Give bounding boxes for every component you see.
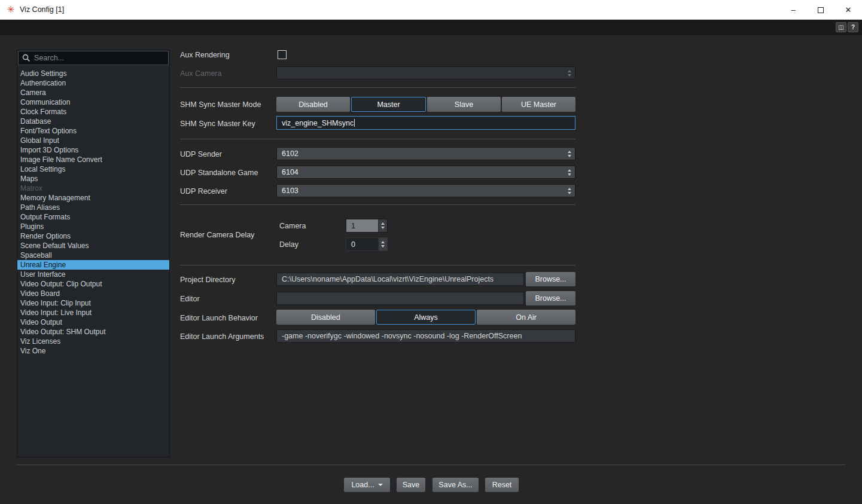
udp-receiver-label: UDP Receiver <box>180 187 227 196</box>
shm-sync-master-mode-option-slave[interactable]: Slave <box>427 97 501 112</box>
sidebar-item-image-file-name-convert[interactable]: Image File Name Convert <box>17 155 169 164</box>
sidebar-item-audio-settings[interactable]: Audio Settings <box>17 69 169 78</box>
sidebar-item-path-aliases[interactable]: Path Aliases <box>17 203 169 212</box>
sidebar-item-video-input-live-input[interactable]: Video Input: Live Input <box>17 308 169 317</box>
sidebar-item-font-text-options[interactable]: Font/Text Options <box>17 126 169 136</box>
text-caret <box>354 119 355 127</box>
sidebar-item-output-formats[interactable]: Output Formats <box>17 212 169 222</box>
sidebar-item-memory-management[interactable]: Memory Management <box>17 193 169 203</box>
sidebar-item-local-settings[interactable]: Local Settings <box>17 164 169 174</box>
sidebar-item-video-output-clip-output[interactable]: Video Output: Clip Output <box>17 279 169 289</box>
sidebar-item-clock-formats[interactable]: Clock Formats <box>17 107 169 117</box>
sidebar-item-video-board[interactable]: Video Board <box>17 289 169 298</box>
sidebar-item-communication[interactable]: Communication <box>17 97 169 107</box>
sidebar-item-authentication[interactable]: Authentication <box>17 78 169 88</box>
shm-sync-master-key-label: SHM Sync Master Key <box>180 120 255 129</box>
sidebar-item-matrox[interactable]: Matrox <box>17 184 169 193</box>
shm-sync-master-mode-option-ue-master[interactable]: UE Master <box>502 97 575 112</box>
shm-sync-master-mode-option-disabled[interactable]: Disabled <box>276 97 350 112</box>
dock-icon: ◫ <box>838 24 843 30</box>
render-camera-input[interactable]: 1 <box>346 219 388 233</box>
editor-launch-behavior-option-disabled[interactable]: Disabled <box>276 310 375 325</box>
editor-browse-button[interactable]: Browse... <box>526 291 575 306</box>
separator <box>180 204 575 205</box>
help-button[interactable]: ? <box>848 22 858 32</box>
sidebar-item-scene-default-values[interactable]: Scene Default Values <box>17 241 169 251</box>
shm-sync-master-key-input[interactable]: viz_engine_SHMsync <box>276 116 575 130</box>
render-delay-spinner[interactable] <box>378 238 387 251</box>
sidebar-item-maps[interactable]: Maps <box>17 174 169 184</box>
editor-launch-behavior-option-on-air[interactable]: On Air <box>477 310 575 325</box>
editor-input[interactable] <box>276 292 524 305</box>
sidebar-item-viz-one[interactable]: Viz One <box>17 346 169 356</box>
editor-launch-behavior-label: Editor Launch Behavior <box>180 314 258 323</box>
search-input[interactable] <box>34 54 168 62</box>
udp-receiver-input[interactable]: 6103 <box>276 184 575 197</box>
sidebar-item-viz-licenses[interactable]: Viz Licenses <box>17 337 169 346</box>
udp-receiver-value: 6103 <box>282 187 298 195</box>
viz-config-window: ✳ Viz Config [1] – ✕ ◫ ? Audio SettingsA… <box>0 0 862 504</box>
udp-receiver-spinner[interactable] <box>566 185 572 197</box>
separator <box>180 265 575 265</box>
sidebar-item-user-interface[interactable]: User Interface <box>17 270 169 279</box>
toolbar: ◫ ? <box>0 20 862 35</box>
udp-sender-input[interactable]: 6102 <box>276 147 575 160</box>
window-controls: – ✕ <box>779 0 862 20</box>
udp-standalone-game-label: UDP Standalone Game <box>180 169 258 178</box>
titlebar: ✳ Viz Config [1] – ✕ <box>0 0 862 20</box>
render-delay-value: 0 <box>351 240 355 249</box>
editor-launch-behavior-option-always[interactable]: Always <box>376 310 476 325</box>
separator <box>180 87 575 88</box>
close-button[interactable]: ✕ <box>834 0 862 20</box>
shm-sync-master-mode-control: DisabledMasterSlaveUE Master <box>276 97 575 112</box>
editor-launch-arguments-input[interactable]: -game -noverifygc -windowed -novsync -no… <box>276 329 575 343</box>
save-button[interactable]: Save <box>397 478 425 492</box>
sidebar-item-video-output-shm-output[interactable]: Video Output: SHM Output <box>17 327 169 337</box>
sidebar-item-global-input[interactable]: Global Input <box>17 136 169 145</box>
load-dropdown-arrow <box>378 484 383 486</box>
udp-standalone-game-input[interactable]: 6104 <box>276 166 575 179</box>
udp-standalone-game-spinner[interactable] <box>566 166 572 178</box>
project-directory-input[interactable]: C:\Users\noname\AppData\Local\vizrt\VizE… <box>276 273 524 286</box>
udp-standalone-game-value: 6104 <box>282 168 298 176</box>
save-as-button[interactable]: Save As... <box>432 478 479 492</box>
render-camera-delay-label: Render Camera Delay <box>180 231 254 240</box>
load-button[interactable]: Load... <box>344 478 390 492</box>
shm-sync-master-mode-option-master[interactable]: Master <box>351 97 426 112</box>
sidebar-item-database[interactable]: Database <box>17 117 169 126</box>
shm-sync-master-mode-label: SHM Sync Master Mode <box>180 100 261 109</box>
reset-button[interactable]: Reset <box>485 478 519 492</box>
aux-camera-input[interactable] <box>276 66 575 80</box>
render-delay-input[interactable]: 0 <box>346 237 388 251</box>
editor-launch-behavior-control: DisabledAlwaysOn Air <box>276 310 575 325</box>
search-icon <box>22 54 31 62</box>
sidebar: Audio SettingsAuthenticationCameraCommun… <box>17 50 170 457</box>
sidebar-item-spaceball[interactable]: Spaceball <box>17 251 169 260</box>
help-icon: ? <box>851 24 855 30</box>
minimize-button[interactable]: – <box>779 0 807 20</box>
sidebar-item-render-options[interactable]: Render Options <box>17 231 169 241</box>
sidebar-item-plugins[interactable]: Plugins <box>17 222 169 231</box>
sidebar-item-import-3d-options[interactable]: Import 3D Options <box>17 145 169 155</box>
sidebar-list: Audio SettingsAuthenticationCameraCommun… <box>17 69 169 356</box>
footer-separator <box>17 465 845 465</box>
udp-sender-value: 6102 <box>282 149 298 158</box>
shm-sync-master-key-value: viz_engine_SHMsync <box>282 119 354 127</box>
editor-launch-arguments-label: Editor Launch Arguments <box>180 332 264 341</box>
project-directory-label: Project Directory <box>180 276 235 285</box>
project-directory-browse-button[interactable]: Browse... <box>526 272 575 286</box>
window-title: Viz Config [1] <box>20 5 64 14</box>
aux-rendering-checkbox[interactable] <box>278 50 287 59</box>
render-camera-spinner[interactable] <box>378 219 387 232</box>
dock-panel-button[interactable]: ◫ <box>836 22 846 32</box>
editor-launch-arguments-value: -game -noverifygc -windowed -novsync -no… <box>282 332 522 340</box>
sidebar-item-video-input-clip-input[interactable]: Video Input: Clip Input <box>17 298 169 308</box>
maximize-icon <box>818 7 824 13</box>
sidebar-item-camera[interactable]: Camera <box>17 88 169 97</box>
aux-camera-spinner[interactable] <box>566 67 572 79</box>
maximize-button[interactable] <box>807 0 834 20</box>
sidebar-item-unreal-engine[interactable]: Unreal Engine <box>17 260 169 270</box>
search-box[interactable] <box>18 51 169 65</box>
sidebar-item-video-output[interactable]: Video Output <box>17 317 169 327</box>
udp-sender-spinner[interactable] <box>566 148 572 160</box>
